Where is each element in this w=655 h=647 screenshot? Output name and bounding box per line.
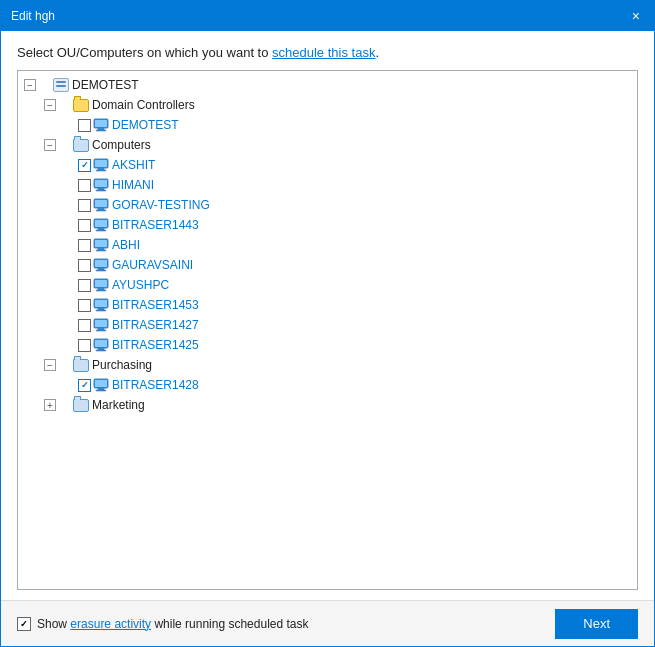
bottom-bar: Show erasure activity while running sche…: [1, 600, 654, 646]
svg-rect-13: [95, 200, 107, 207]
svg-rect-14: [98, 208, 104, 210]
close-button[interactable]: ×: [628, 9, 644, 23]
tree-node[interactable]: − Purchasing: [20, 355, 635, 375]
tree-node[interactable]: − DEMOTEST: [20, 75, 635, 95]
tree-node[interactable]: AYUSHPC: [20, 275, 635, 295]
tree-node[interactable]: − Domain Controllers: [20, 95, 635, 115]
computer-icon: [93, 258, 109, 272]
tree-node[interactable]: GAURAVSAINI: [20, 255, 635, 275]
window-title: Edit hgh: [11, 9, 55, 23]
node-label: Domain Controllers: [92, 98, 195, 112]
tree-node[interactable]: + Marketing: [20, 395, 635, 415]
node-label: DEMOTEST: [72, 78, 139, 92]
computer-icon: [93, 218, 109, 232]
tree-node[interactable]: ✓ AKSHIT: [20, 155, 635, 175]
tree-node[interactable]: ✓ BITRASER1428: [20, 375, 635, 395]
node-label: AKSHIT: [112, 158, 155, 172]
svg-rect-3: [96, 130, 106, 131]
expander-minus-icon[interactable]: −: [44, 359, 56, 371]
expander-minus-icon[interactable]: −: [24, 79, 36, 91]
node-label: Purchasing: [92, 358, 152, 372]
svg-rect-35: [96, 310, 106, 311]
svg-rect-42: [98, 348, 104, 350]
svg-rect-21: [95, 240, 107, 247]
svg-rect-38: [98, 328, 104, 330]
svg-rect-2: [98, 128, 104, 130]
expander-plus-icon[interactable]: +: [44, 399, 56, 411]
svg-rect-27: [96, 270, 106, 271]
expander-minus-icon[interactable]: −: [44, 99, 56, 111]
node-checkbox[interactable]: [78, 339, 91, 352]
show-activity-checkbox[interactable]: [17, 617, 31, 631]
svg-rect-31: [96, 290, 106, 291]
computer-icon: [93, 298, 109, 312]
node-checkbox[interactable]: ✓: [78, 379, 91, 392]
expander-minus-icon[interactable]: −: [44, 139, 56, 151]
svg-rect-34: [98, 308, 104, 310]
computer-icon: [93, 158, 109, 172]
tree-node[interactable]: GORAV-TESTING: [20, 195, 635, 215]
next-button[interactable]: Next: [555, 609, 638, 639]
computer-icon: [93, 338, 109, 352]
node-label: BITRASER1427: [112, 318, 199, 332]
node-checkbox[interactable]: [78, 199, 91, 212]
titlebar: Edit hgh ×: [1, 1, 654, 31]
node-label: BITRASER1453: [112, 298, 199, 312]
svg-rect-5: [95, 160, 107, 167]
node-checkbox[interactable]: [78, 219, 91, 232]
computer-icon: [93, 238, 109, 252]
tree-node[interactable]: ABHI: [20, 235, 635, 255]
svg-rect-37: [95, 320, 107, 327]
tree-node[interactable]: DEMOTEST: [20, 115, 635, 135]
node-label: Marketing: [92, 398, 145, 412]
node-checkbox[interactable]: ✓: [78, 159, 91, 172]
computer-icon: [93, 178, 109, 192]
svg-rect-23: [96, 250, 106, 251]
node-checkbox[interactable]: [78, 259, 91, 272]
folder-yellow-icon: [73, 99, 89, 112]
node-label: GORAV-TESTING: [112, 198, 210, 212]
node-checkbox[interactable]: [78, 179, 91, 192]
folder-blue-icon: [73, 359, 89, 372]
svg-rect-22: [98, 248, 104, 250]
edit-window: Edit hgh × Select OU/Computers on which …: [0, 0, 655, 647]
svg-rect-39: [96, 330, 106, 331]
node-checkbox[interactable]: [78, 319, 91, 332]
computer-icon: [93, 278, 109, 292]
svg-rect-11: [96, 190, 106, 191]
bottom-label: Show erasure activity while running sche…: [37, 617, 309, 631]
svg-rect-6: [98, 168, 104, 170]
folder-blue-icon: [73, 139, 89, 152]
computer-icon: [93, 378, 109, 392]
svg-rect-1: [95, 120, 107, 127]
svg-rect-41: [95, 340, 107, 347]
folder-blue-icon: [73, 399, 89, 412]
node-label: ABHI: [112, 238, 140, 252]
node-label: HIMANI: [112, 178, 154, 192]
schedule-link: schedule this task: [272, 45, 375, 60]
svg-rect-7: [96, 170, 106, 171]
node-label: DEMOTEST: [112, 118, 179, 132]
svg-rect-45: [95, 380, 107, 387]
tree-node[interactable]: BITRASER1427: [20, 315, 635, 335]
node-checkbox[interactable]: [78, 119, 91, 132]
svg-rect-47: [96, 390, 106, 391]
content-area: Select OU/Computers on which you want to…: [1, 31, 654, 600]
node-checkbox[interactable]: [78, 299, 91, 312]
instruction-text: Select OU/Computers on which you want to…: [17, 45, 638, 60]
tree-node[interactable]: BITRASER1453: [20, 295, 635, 315]
svg-rect-26: [98, 268, 104, 270]
tree-node[interactable]: BITRASER1425: [20, 335, 635, 355]
server-icon: [53, 78, 69, 92]
computer-icon: [93, 198, 109, 212]
tree-node[interactable]: BITRASER1443: [20, 215, 635, 235]
node-label: BITRASER1443: [112, 218, 199, 232]
tree-container[interactable]: − DEMOTEST− Domain Controllers DEMOTEST−…: [17, 70, 638, 590]
svg-rect-30: [98, 288, 104, 290]
node-checkbox[interactable]: [78, 239, 91, 252]
node-checkbox[interactable]: [78, 279, 91, 292]
tree-node[interactable]: − Computers: [20, 135, 635, 155]
tree-node[interactable]: HIMANI: [20, 175, 635, 195]
svg-rect-33: [95, 300, 107, 307]
svg-rect-17: [95, 220, 107, 227]
